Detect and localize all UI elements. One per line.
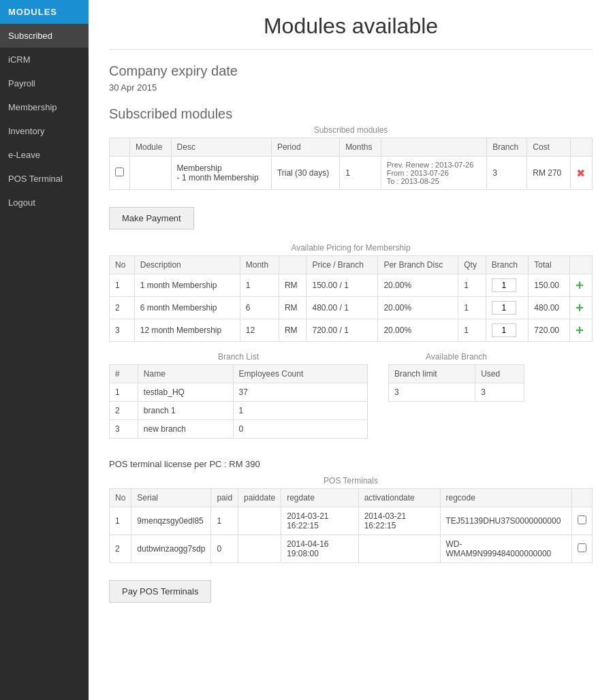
col-no: No <box>110 256 135 274</box>
add-button[interactable]: + <box>576 323 584 337</box>
pricing-qty: 1 <box>458 274 486 297</box>
branch-list-table: # Name Employees Count 1 testlab_HQ 37 2… <box>109 364 368 439</box>
pricing-add[interactable]: + <box>570 319 593 342</box>
col-employees-count: Employees Count <box>233 365 367 383</box>
row-cost: RM 270 <box>527 157 570 190</box>
pricing-total: 150.00 <box>529 274 570 297</box>
col-regdate: regdate <box>281 489 359 507</box>
table-row: 1 1 month Membership 1 RM 150.00 / 1 20.… <box>110 274 593 297</box>
pricing-price: 480.00 / 1 <box>306 297 378 319</box>
pay-pos-terminals-button[interactable]: Pay POS Terminals <box>109 580 211 603</box>
pricing-qty: 1 <box>458 297 486 319</box>
col-months: Months <box>340 138 381 157</box>
pricing-qty: 1 <box>458 319 486 342</box>
table-row: 3 12 month Membership 12 RM 720.00 / 1 2… <box>110 319 593 342</box>
table-row: Membership - 1 month Membership Trial (3… <box>110 157 593 190</box>
pricing-rm: RM <box>279 319 306 342</box>
pricing-add[interactable]: + <box>570 274 593 297</box>
pos-checkbox[interactable] <box>578 515 586 524</box>
row-checkbox-cell[interactable] <box>110 157 130 190</box>
subscribed-table-label: Subscribed modules <box>109 125 593 135</box>
pos-regcode: WD-WMAM9N999484000000000 <box>440 535 571 563</box>
row-checkbox[interactable] <box>115 168 124 176</box>
branch-used-val: 3 <box>475 383 524 402</box>
pricing-description: 1 month Membership <box>134 274 240 297</box>
col-name: Name <box>138 365 233 383</box>
col-paiddate: paiddate <box>238 489 281 507</box>
table-row: 2 branch 1 1 <box>110 402 368 420</box>
col-rm <box>279 256 306 274</box>
pricing-month: 12 <box>240 319 279 342</box>
col-no: No <box>110 489 131 507</box>
pricing-disc: 20.00% <box>378 319 458 342</box>
col-regcode: regcode <box>440 489 571 507</box>
sidebar-item-payroll[interactable]: Payroll <box>0 71 89 95</box>
company-expiry-date: 30 Apr 2015 <box>109 82 593 93</box>
pos-checkbox-cell[interactable] <box>571 535 592 563</box>
sidebar-item-pos-terminal[interactable]: POS Terminal <box>0 167 89 191</box>
add-button[interactable]: + <box>576 301 584 315</box>
branch-qty-input[interactable] <box>492 301 516 315</box>
sidebar-item-inventory[interactable]: Inventory <box>0 119 89 143</box>
available-branch-section: Available Branch Branch limit Used 3 3 <box>388 352 524 449</box>
pricing-total: 480.00 <box>529 297 570 319</box>
branch-count: 37 <box>233 383 367 402</box>
pos-serial: dutbwinzaogg7sdp <box>131 535 211 563</box>
branch-qty-input[interactable] <box>492 323 516 337</box>
branch-container: Branch List # Name Employees Count 1 tes… <box>109 352 593 449</box>
sidebar-header: MODULES <box>0 0 89 24</box>
available-branch-table: Branch limit Used 3 3 <box>388 364 524 402</box>
pos-regdate: 2014-03-21 16:22:15 <box>281 507 359 535</box>
sidebar: MODULES Subscribed iCRM Payroll Membersh… <box>0 0 89 700</box>
pos-paiddate <box>238 535 281 563</box>
col-branch: Branch <box>487 138 527 157</box>
pos-no: 1 <box>110 507 131 535</box>
sidebar-item-subscribed[interactable]: Subscribed <box>0 24 89 48</box>
pos-checkbox[interactable] <box>578 543 586 552</box>
pricing-branch-qty[interactable] <box>486 274 529 297</box>
col-paid: paid <box>211 489 238 507</box>
row-module <box>130 157 172 190</box>
col-period: Period <box>271 138 339 157</box>
pricing-disc: 20.00% <box>378 297 458 319</box>
pricing-disc: 20.00% <box>378 274 458 297</box>
pricing-branch-qty[interactable] <box>486 297 529 319</box>
delete-button[interactable]: ✖ <box>576 167 585 180</box>
pos-terminals-label: POS Terminals <box>109 476 593 486</box>
row-period: Trial (30 days) <box>271 157 339 190</box>
col-used: Used <box>475 365 524 383</box>
pricing-branch-qty[interactable] <box>486 319 529 342</box>
available-branch-label: Available Branch <box>388 352 524 362</box>
pos-paiddate <box>238 507 281 535</box>
pos-checkbox-cell[interactable] <box>571 507 592 535</box>
branch-qty-input[interactable] <box>492 279 516 292</box>
table-row: 2 dutbwinzaogg7sdp 0 2014-04-16 19:08:00… <box>110 535 593 563</box>
row-delete[interactable]: ✖ <box>570 157 592 190</box>
pricing-month: 1 <box>240 274 279 297</box>
pricing-table: No Description Month Price / Branch Per … <box>109 255 593 342</box>
col-activationdate: activationdate <box>358 489 440 507</box>
row-branch: 3 <box>487 157 527 190</box>
col-hash: # <box>110 365 138 383</box>
branch-no: 1 <box>110 383 138 402</box>
add-button[interactable]: + <box>576 279 584 292</box>
branch-list-label: Branch List <box>109 352 368 362</box>
branch-list-section: Branch List # Name Employees Count 1 tes… <box>109 352 368 449</box>
pricing-add[interactable]: + <box>570 297 593 319</box>
row-renew-info: Prev. Renew : 2013-07-26 From : 2013-07-… <box>381 157 486 190</box>
make-payment-button[interactable]: Make Payment <box>109 207 194 229</box>
pricing-no: 3 <box>110 319 135 342</box>
col-module: Module <box>130 138 172 157</box>
sidebar-item-eleave[interactable]: e-Leave <box>0 143 89 167</box>
col-action <box>570 138 592 157</box>
col-branch-limit: Branch limit <box>389 365 475 383</box>
sidebar-item-logout[interactable]: Logout <box>0 191 89 214</box>
branch-name: new branch <box>138 420 233 439</box>
col-checkbox <box>110 138 130 157</box>
branch-count: 0 <box>233 420 367 439</box>
pricing-no: 1 <box>110 274 135 297</box>
sidebar-item-membership[interactable]: Membership <box>0 95 89 119</box>
branch-no: 2 <box>110 402 138 420</box>
col-renew-info <box>381 138 486 157</box>
sidebar-item-icrm[interactable]: iCRM <box>0 48 89 71</box>
